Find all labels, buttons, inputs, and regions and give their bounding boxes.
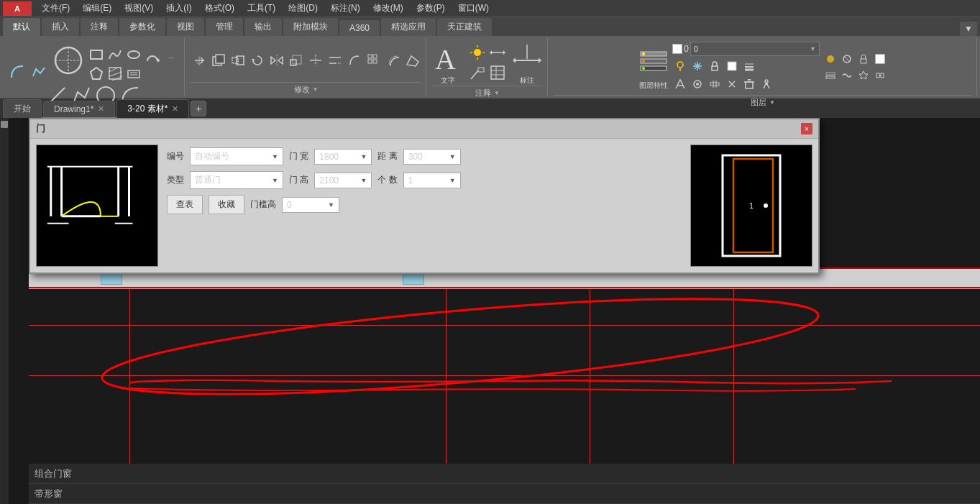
juli-select[interactable]: 300 ▼ [403,149,461,165]
ellipse-tool-icon[interactable] [125,46,142,63]
layer-lock-icon[interactable] [707,58,723,74]
canvas-area[interactable]: 门 × [9,118,980,504]
wave-icon[interactable] [839,68,855,83]
circuit-icon[interactable] [872,68,888,83]
menu-insert[interactable]: 插入(I) [160,1,197,16]
rect-tool-icon[interactable] [88,46,105,63]
text-tool-btn[interactable]: A 文字 [432,39,464,86]
dialog-close-btn[interactable]: × [801,123,812,134]
layer-match-icon[interactable] [672,76,688,92]
light2-icon[interactable] [839,51,855,67]
tab-manage[interactable]: 管理 [206,18,243,36]
mirror-icon[interactable] [268,52,285,69]
layer-merge-icon[interactable] [724,76,740,92]
svg-point-59 [642,60,645,63]
layer-walk-icon[interactable] [759,76,774,92]
tab-default[interactable]: 默认 [3,18,40,36]
menu-tools[interactable]: 工具(T) [242,1,281,16]
star-icon[interactable] [856,68,871,83]
bianhao-select[interactable]: 自动编号 ▼ [190,147,283,165]
geshu-select[interactable]: 1 ▼ [403,173,461,188]
tab-view[interactable]: 视图 [167,18,204,36]
tab-addons[interactable]: 附加模块 [283,18,338,36]
layer-on-icon[interactable] [672,58,688,74]
tab-material-close[interactable]: ✕ [172,104,178,114]
chakan-btn[interactable]: 查表 [167,195,203,214]
menu-params[interactable]: 参数(P) [411,1,451,16]
layers-stack-icon[interactable] [823,68,838,83]
array-icon[interactable] [365,52,383,69]
extend-icon[interactable] [326,52,344,69]
fillet2-icon[interactable] [346,52,363,69]
scale-icon[interactable] [288,52,305,69]
fillet-icon[interactable]: ⌒ [162,52,180,70]
ribbon-expand-btn[interactable]: ▼ [960,22,977,36]
layer-color-icon[interactable] [724,58,740,74]
gradient-tool-icon[interactable] [125,65,142,82]
svg-rect-34 [373,60,377,63]
tab-parametric[interactable]: 参数化 [119,18,165,36]
new-tab-btn[interactable]: + [191,101,206,116]
menu-format[interactable]: 格式(O) [199,1,240,16]
lock2-icon[interactable] [856,51,871,67]
menkuan-select[interactable]: 1800 ▼ [314,149,372,165]
tab-annotate[interactable]: 注释 [81,18,118,36]
tab-a360[interactable]: A360 [339,20,380,36]
leixing-select[interactable]: 普通门 ▼ [190,171,283,189]
canvas-drawing-area[interactable]: 组合门窗 带形窗 [29,289,980,504]
layer-selector[interactable]: 0 ▼ [690,42,820,56]
trim-icon[interactable] [307,52,324,69]
tab-insert[interactable]: 插入 [42,18,79,36]
stretch-icon[interactable] [229,52,247,69]
menu-modify[interactable]: 修改(M) [367,1,409,16]
rotate-icon[interactable] [249,52,266,69]
tab-start[interactable]: 开始 [3,99,42,118]
layer-freeze-icon[interactable] [690,58,705,74]
list-item-strip-window[interactable]: 带形窗 [29,484,980,504]
layer-group-label[interactable]: 图层 ▼ [554,95,972,108]
polygon-tool-icon[interactable] [88,65,105,82]
offset-icon[interactable] [385,52,402,69]
multileader-icon[interactable] [468,63,487,82]
list-item-combined-door[interactable]: 组合门窗 [29,464,980,484]
annotate-group-label[interactable]: 注释 ▼ [432,86,543,98]
menu-window[interactable]: 窗口(W) [452,1,495,16]
sun-icon[interactable] [468,43,487,62]
juli-label: 距 离 [377,150,397,162]
layer-isolate-icon[interactable] [690,76,705,92]
hatch-tool-icon[interactable] [106,65,124,82]
tab-tianzheng[interactable]: 天正建筑 [437,18,492,36]
polyline-tool-icon[interactable] [29,62,49,82]
menu-annotate[interactable]: 标注(N) [325,1,366,16]
menu-view[interactable]: 视图(V) [119,1,159,16]
shoucang-btn[interactable]: 收藏 [209,195,244,214]
layer-delete-icon[interactable] [741,76,757,92]
tab-featured[interactable]: 精选应用 [381,18,436,36]
arc-tool-icon[interactable] [7,62,27,82]
spline-tool-icon[interactable] [106,46,124,63]
layer-properties-btn[interactable]: 图层特性 [638,45,669,90]
erase-icon[interactable] [404,52,421,69]
layer-freeze2-icon[interactable] [707,76,723,92]
table-icon[interactable] [488,63,507,82]
tab-drawing1[interactable]: Drawing1* ✕ [43,101,115,117]
rotate-arc-icon[interactable] [144,52,161,70]
menkan-select[interactable]: 0 ▼ [282,197,339,213]
sidebar-btn-1[interactable] [1,121,8,128]
mengao-select[interactable]: 2100 ▼ [314,173,372,188]
tab-material[interactable]: 3-20 素材* ✕ [116,99,189,118]
menu-edit[interactable]: 编辑(E) [77,1,117,16]
copy-icon[interactable] [210,52,227,69]
tab-drawing1-close[interactable]: ✕ [98,104,104,114]
annotate-icon[interactable] [488,43,507,62]
dim-tool-btn[interactable]: 标注 [511,39,543,86]
move-icon[interactable] [191,52,208,69]
tab-output[interactable]: 输出 [244,18,282,36]
circle-large-icon[interactable] [50,39,86,82]
modify-group-label[interactable]: 修改 ▼ [191,82,421,95]
white-rect-icon[interactable] [872,51,888,67]
menu-file[interactable]: 文件(F) [36,1,75,16]
light1-icon[interactable] [823,51,838,67]
menu-draw[interactable]: 绘图(D) [283,1,324,16]
layer-lineweight-icon[interactable] [741,58,757,74]
